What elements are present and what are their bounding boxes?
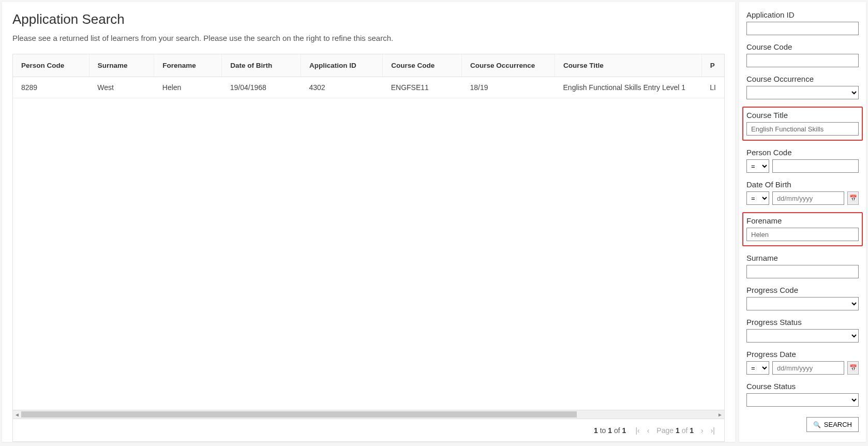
field-dob: Date Of Birth = 📅 (746, 180, 859, 205)
application-id-input[interactable] (746, 22, 859, 35)
field-forename: Forename (742, 212, 863, 246)
field-progress-status: Progress Status (746, 318, 859, 343)
progress-code-select[interactable] (746, 297, 859, 310)
results-table-container: Person Code Surname Forename Date of Bir… (12, 54, 725, 442)
pager-next-icon[interactable]: › (701, 426, 704, 435)
field-surname: Surname (746, 254, 859, 278)
field-progress-date: Progress Date = 📅 (746, 350, 859, 375)
cell-application-id: 4302 (301, 77, 383, 98)
pager-first-icon[interactable]: |‹ (635, 426, 639, 435)
col-surname[interactable]: Surname (89, 54, 154, 77)
calendar-icon[interactable]: 📅 (847, 191, 859, 205)
filter-panel: Application ID Course Code Course Occurr… (739, 2, 866, 442)
table-row[interactable]: 8289 West Helen 19/04/1968 4302 ENGFSE11… (13, 77, 724, 98)
col-dob[interactable]: Date of Birth (222, 54, 301, 77)
label-course-title: Course Title (746, 111, 859, 120)
cell-extra: LI (701, 77, 724, 98)
search-button[interactable]: 🔍 SEARCH (806, 417, 859, 432)
cell-course-code: ENGFSE11 (383, 77, 462, 98)
label-surname: Surname (746, 254, 859, 262)
field-course-occurrence: Course Occurrence (746, 75, 859, 99)
progress-status-select[interactable] (746, 329, 859, 343)
course-code-input[interactable] (746, 54, 859, 67)
col-application-id[interactable]: Application ID (301, 54, 383, 77)
search-icon: 🔍 (813, 421, 821, 428)
table-header-row: Person Code Surname Forename Date of Bir… (13, 54, 724, 77)
main-panel: Application Search Please see a returned… (2, 2, 735, 442)
pager: 1 to 1 of 1 |‹ ‹ Page 1 of 1 › ›| (13, 419, 724, 441)
label-application-id: Application ID (746, 10, 859, 19)
field-progress-code: Progress Code (746, 286, 859, 310)
scroll-thumb[interactable] (21, 411, 577, 418)
course-occurrence-select[interactable] (746, 86, 859, 99)
course-status-select[interactable] (746, 393, 859, 407)
scroll-track[interactable] (21, 411, 716, 418)
field-person-code: Person Code = (746, 148, 859, 173)
scroll-left-icon[interactable]: ◄ (13, 412, 21, 418)
dob-input[interactable] (772, 191, 844, 205)
progress-date-op-select[interactable]: = (746, 361, 769, 375)
label-dob: Date Of Birth (746, 180, 859, 189)
field-course-status: Course Status (746, 382, 859, 407)
field-course-title: Course Title (742, 107, 863, 141)
field-application-id: Application ID (746, 10, 859, 35)
label-person-code: Person Code (746, 148, 859, 157)
page-subtitle: Please see a returned list of learners f… (12, 34, 735, 42)
label-forename: Forename (746, 216, 859, 225)
pager-prev-icon[interactable]: ‹ (647, 426, 650, 435)
label-course-code: Course Code (746, 42, 859, 51)
cell-course-occurrence: 18/19 (461, 77, 555, 98)
label-progress-code: Progress Code (746, 286, 859, 294)
label-course-status: Course Status (746, 382, 859, 391)
scroll-right-icon[interactable]: ► (716, 412, 724, 418)
cell-forename: Helen (154, 77, 222, 98)
progress-date-input[interactable] (772, 361, 844, 375)
col-extra[interactable]: P (701, 54, 724, 77)
forename-input[interactable] (746, 228, 859, 241)
field-course-code: Course Code (746, 42, 859, 67)
col-course-code[interactable]: Course Code (383, 54, 462, 77)
person-code-op-select[interactable]: = (746, 159, 769, 173)
col-course-occurrence[interactable]: Course Occurrence (461, 54, 555, 77)
label-progress-date: Progress Date (746, 350, 859, 359)
person-code-input[interactable] (772, 159, 859, 173)
pager-nav: |‹ ‹ Page 1 of 1 › ›| (635, 426, 715, 435)
dob-op-select[interactable]: = (746, 191, 769, 205)
surname-input[interactable] (746, 265, 859, 278)
cell-surname: West (89, 77, 154, 98)
cell-person-code: 8289 (13, 77, 89, 98)
cell-course-title: English Functional Skills Entry Level 1 (555, 77, 702, 98)
label-course-occurrence: Course Occurrence (746, 75, 859, 83)
cell-dob: 19/04/1968 (222, 77, 301, 98)
col-forename[interactable]: Forename (154, 54, 222, 77)
col-course-title[interactable]: Course Title (555, 54, 702, 77)
results-table: Person Code Surname Forename Date of Bir… (13, 54, 724, 98)
label-progress-status: Progress Status (746, 318, 859, 326)
page-title: Application Search (12, 11, 735, 27)
col-person-code[interactable]: Person Code (13, 54, 89, 77)
horizontal-scrollbar[interactable]: ◄ ► (13, 410, 724, 419)
search-button-label: SEARCH (824, 421, 852, 428)
course-title-input[interactable] (746, 122, 859, 136)
pager-last-icon[interactable]: ›| (711, 426, 715, 435)
pager-range: 1 to 1 of 1 (594, 426, 626, 435)
pager-page-label: Page 1 of 1 (656, 426, 694, 435)
calendar-icon[interactable]: 📅 (847, 361, 859, 375)
